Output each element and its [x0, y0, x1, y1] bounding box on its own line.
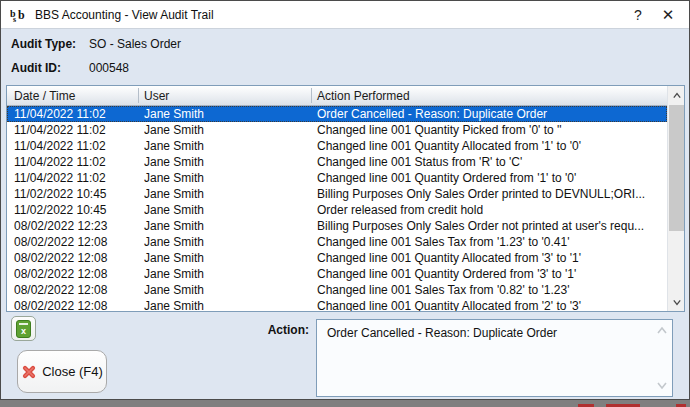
- cell-date: 08/02/2022 12:08: [14, 250, 138, 266]
- audit-table: Date / Time User Action Performed 11/04/…: [6, 85, 685, 312]
- cell-date: 08/02/2022 12:08: [14, 234, 138, 250]
- cell-date: 11/04/2022 11:02: [14, 170, 138, 186]
- audit-id-label: Audit ID:: [11, 61, 61, 75]
- cell-action: Changed line 001 Quantity Allocated from…: [317, 298, 665, 311]
- action-text: Order Cancelled - Reason: Duplicate Orde…: [327, 326, 557, 340]
- cell-date: 08/02/2022 12:08: [14, 282, 138, 298]
- table-row[interactable]: 08/02/2022 12:23 Jane Smith Billing Purp…: [7, 218, 667, 234]
- scroll-down-button[interactable]: [668, 293, 685, 310]
- cell-action: Changed line 001 Status from 'R' to 'C': [317, 154, 665, 170]
- table-header: Date / Time User Action Performed: [7, 86, 667, 106]
- cell-action: Billing Purposes Only Sales Order not pr…: [317, 218, 665, 234]
- table-row[interactable]: 08/02/2022 12:08 Jane Smith Changed line…: [7, 298, 667, 311]
- cell-user: Jane Smith: [144, 186, 310, 202]
- table-row[interactable]: 08/02/2022 12:08 Jane Smith Changed line…: [7, 250, 667, 266]
- action-label: Action:: [241, 323, 309, 337]
- audit-trail-dialog: b s b BBS Accounting - View Audit Trail …: [0, 0, 690, 400]
- cell-user: Jane Smith: [144, 282, 310, 298]
- cell-user: Jane Smith: [144, 154, 310, 170]
- cell-user: Jane Smith: [144, 106, 310, 122]
- chevron-down-icon[interactable]: [657, 380, 667, 390]
- table-row[interactable]: 08/02/2022 12:08 Jane Smith Changed line…: [7, 266, 667, 282]
- column-header-user[interactable]: User: [144, 89, 169, 103]
- cell-action: Changed line 001 Sales Tax from '0.82' t…: [317, 282, 665, 298]
- vertical-scrollbar[interactable]: [667, 86, 684, 311]
- cell-action: Changed line 001 Quantity Picked from '0…: [317, 122, 665, 138]
- cell-action: Changed line 001 Quantity Allocated from…: [317, 250, 665, 266]
- cell-date: 11/04/2022 11:02: [14, 138, 138, 154]
- close-button-label: Close (F4): [42, 364, 103, 379]
- audit-type-value: SO - Sales Order: [89, 37, 181, 51]
- table-row[interactable]: 11/02/2022 10:45 Jane Smith Order releas…: [7, 202, 667, 218]
- cell-date: 08/02/2022 12:08: [14, 298, 138, 311]
- cell-action: Changed line 001 Quantity Ordered from '…: [317, 170, 665, 186]
- chevron-up-icon[interactable]: [657, 326, 667, 336]
- cell-user: Jane Smith: [144, 250, 310, 266]
- table-row[interactable]: 11/04/2022 11:02 Jane Smith Changed line…: [7, 122, 667, 138]
- svg-text:b: b: [18, 8, 25, 22]
- table-row[interactable]: 11/04/2022 11:02 Jane Smith Changed line…: [7, 138, 667, 154]
- cell-action: Billing Purposes Only Sales Order printe…: [317, 186, 665, 202]
- export-excel-button[interactable]: x: [11, 316, 36, 341]
- table-row[interactable]: 08/02/2022 12:08 Jane Smith Changed line…: [7, 282, 667, 298]
- cell-action: Changed line 001 Sales Tax from '1.23' t…: [317, 234, 665, 250]
- cell-user: Jane Smith: [144, 234, 310, 250]
- svg-text:x: x: [21, 326, 26, 336]
- table-row[interactable]: 11/04/2022 11:02 Jane Smith Order Cancel…: [7, 106, 667, 122]
- table-row[interactable]: 11/04/2022 11:02 Jane Smith Changed line…: [7, 170, 667, 186]
- title-bar: b s b BBS Accounting - View Audit Trail …: [1, 1, 689, 29]
- close-f4-button[interactable]: Close (F4): [17, 350, 107, 393]
- chevron-down-icon: [673, 298, 681, 306]
- cell-date: 08/02/2022 12:23: [14, 218, 138, 234]
- cell-action: Order Cancelled - Reason: Duplicate Orde…: [317, 106, 665, 122]
- cell-user: Jane Smith: [144, 218, 310, 234]
- cell-user: Jane Smith: [144, 138, 310, 154]
- table-body: 11/04/2022 11:02 Jane Smith Order Cancel…: [7, 106, 667, 311]
- audit-id-value: 000548: [89, 61, 129, 75]
- column-header-action[interactable]: Action Performed: [317, 89, 410, 103]
- cell-user: Jane Smith: [144, 266, 310, 282]
- scroll-up-button[interactable]: [668, 87, 685, 104]
- close-window-button[interactable]: ✕: [653, 2, 683, 28]
- svg-text:s: s: [13, 15, 16, 23]
- table-row[interactable]: 11/02/2022 10:45 Jane Smith Billing Purp…: [7, 186, 667, 202]
- column-header-date[interactable]: Date / Time: [14, 89, 75, 103]
- action-textbox[interactable]: Order Cancelled - Reason: Duplicate Orde…: [316, 319, 673, 397]
- help-button[interactable]: ?: [623, 2, 653, 28]
- cell-action: Order released from credit hold: [317, 202, 665, 218]
- cell-user: Jane Smith: [144, 202, 310, 218]
- cell-date: 11/04/2022 11:02: [14, 154, 138, 170]
- excel-export-icon: x: [16, 320, 31, 338]
- app-logo-icon: b s b: [10, 7, 28, 23]
- column-separator: [311, 88, 312, 103]
- cell-user: Jane Smith: [144, 122, 310, 138]
- table-row[interactable]: 08/02/2022 12:08 Jane Smith Changed line…: [7, 234, 667, 250]
- table-row[interactable]: 11/04/2022 11:02 Jane Smith Changed line…: [7, 154, 667, 170]
- chevron-up-icon: [673, 92, 681, 100]
- cell-action: Changed line 001 Quantity Ordered from '…: [317, 266, 665, 282]
- column-separator: [138, 88, 139, 103]
- cell-date: 11/04/2022 11:02: [14, 122, 138, 138]
- cell-date: 11/04/2022 11:02: [14, 106, 138, 122]
- window-title: BBS Accounting - View Audit Trail: [35, 8, 623, 22]
- cell-user: Jane Smith: [144, 298, 310, 311]
- cell-action: Changed line 001 Quantity Allocated from…: [317, 138, 665, 154]
- cell-user: Jane Smith: [144, 170, 310, 186]
- cell-date: 08/02/2022 12:08: [14, 266, 138, 282]
- cell-date: 11/02/2022 10:45: [14, 202, 138, 218]
- audit-type-label: Audit Type:: [11, 37, 76, 51]
- scrollbar-thumb[interactable]: [669, 105, 684, 231]
- red-x-icon: [21, 364, 37, 380]
- cell-date: 11/02/2022 10:45: [14, 186, 138, 202]
